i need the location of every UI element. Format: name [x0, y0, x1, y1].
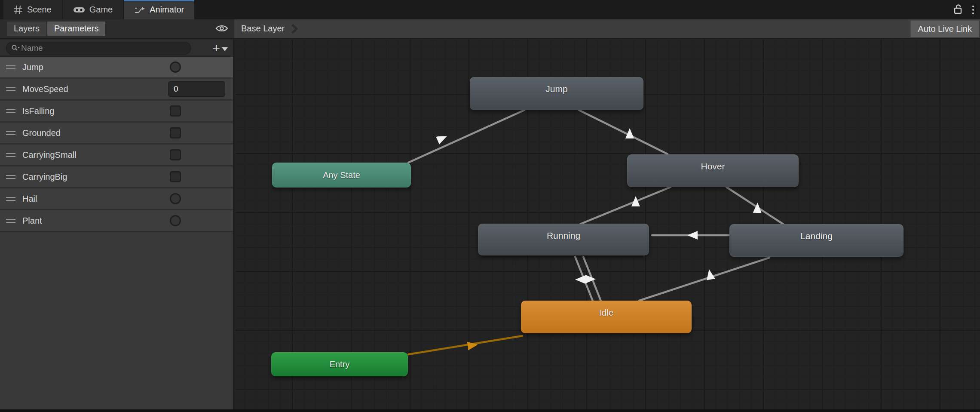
state-label: Running	[478, 231, 649, 241]
drag-handle-icon[interactable]	[6, 219, 15, 223]
parameter-control	[168, 57, 225, 77]
state-node-running[interactable]: Running	[478, 224, 649, 255]
transition-running-to-hover[interactable]	[580, 187, 671, 224]
parameter-control	[168, 188, 225, 209]
animator-toolbar: Layers Parameters Base Layer Auto Live L…	[0, 19, 980, 39]
trigger-radio[interactable]	[170, 61, 181, 73]
transition-arrowhead-icon[interactable]	[467, 340, 479, 350]
parameter-name: Grounded	[22, 128, 61, 138]
state-node-any-state[interactable]: Any State	[272, 163, 411, 188]
tab-label: Animator	[150, 5, 184, 15]
transition-arrowhead-icon[interactable]	[753, 203, 762, 213]
drag-handle-icon[interactable]	[6, 109, 15, 113]
state-label: Entry	[330, 360, 350, 369]
parameters-panel: + JumpMoveSpeedIsFallingGroundedCarrying…	[0, 40, 234, 409]
transition-hover-to-jump[interactable]	[579, 110, 668, 154]
breadcrumb-chevron-icon	[288, 24, 298, 34]
tab-animator[interactable]: Animator	[124, 0, 194, 19]
tab-layers[interactable]: Layers	[7, 22, 46, 36]
transition-entry-to-idle[interactable]	[408, 336, 522, 354]
window-controls	[953, 0, 976, 19]
unlock-icon[interactable]	[953, 4, 963, 16]
parameter-control	[168, 210, 225, 231]
parameter-search-row: +	[0, 40, 233, 57]
parameter-name: CarryingBig	[22, 172, 67, 182]
state-label: Any State	[323, 170, 360, 180]
trigger-radio[interactable]	[170, 215, 181, 226]
panel-toolbar: Layers Parameters	[0, 19, 234, 38]
search-icon	[11, 44, 20, 52]
transition-any-state-to-jump[interactable]	[408, 110, 524, 163]
animator-icon	[134, 6, 145, 14]
drag-handle-icon[interactable]	[6, 87, 15, 91]
parameter-name: MoveSpeed	[22, 84, 68, 94]
tab-label: Scene	[27, 5, 52, 15]
transition-arrowhead-icon[interactable]	[687, 231, 698, 240]
eye-icon[interactable]	[215, 24, 228, 35]
parameter-list: JumpMoveSpeedIsFallingGroundedCarryingSm…	[0, 57, 233, 232]
bool-checkbox[interactable]	[170, 105, 181, 117]
parameter-control	[168, 166, 225, 187]
state-node-idle[interactable]: Idle	[521, 301, 692, 333]
trigger-radio[interactable]	[170, 193, 181, 204]
transition-landing-to-hover[interactable]	[726, 187, 783, 224]
tab-game[interactable]: Game	[63, 0, 123, 19]
scene-grid-icon	[14, 5, 23, 14]
state-label: Idle	[521, 307, 692, 318]
bool-checkbox[interactable]	[170, 171, 181, 182]
parameter-name: Hail	[22, 194, 37, 204]
state-node-jump[interactable]: Jump	[470, 77, 643, 110]
drag-handle-icon[interactable]	[6, 197, 15, 201]
search-input[interactable]	[20, 43, 186, 53]
parameter-row-isfalling[interactable]: IsFalling	[0, 101, 233, 123]
kebab-menu-icon[interactable]	[971, 4, 976, 16]
state-node-hover[interactable]: Hover	[627, 154, 799, 187]
parameter-row-carryingbig[interactable]: CarryingBig	[0, 166, 233, 188]
tab-scene[interactable]: Scene	[3, 0, 62, 19]
float-value-field[interactable]	[168, 81, 225, 97]
state-node-entry[interactable]: Entry	[271, 352, 408, 376]
search-field[interactable]	[6, 42, 191, 55]
add-parameter-button[interactable]: +	[212, 40, 228, 57]
tab-label: Game	[89, 5, 113, 15]
panel-tab-switch: Layers Parameters	[7, 22, 105, 36]
state-label: Hover	[627, 161, 799, 172]
state-machine-canvas[interactable]: JumpHoverRunningLandingIdleAny StateEntr…	[236, 40, 980, 409]
auto-live-link-button[interactable]: Auto Live Link	[910, 20, 979, 37]
chevron-down-icon	[222, 47, 228, 51]
parameter-row-carryingsmall[interactable]: CarryingSmall	[0, 145, 233, 166]
state-label: Jump	[470, 84, 643, 94]
layer-breadcrumb-bar: Base Layer Auto Live Link	[234, 19, 980, 38]
transition-arrowhead-icon[interactable]	[631, 196, 640, 206]
state-node-landing[interactable]: Landing	[729, 224, 903, 257]
parameter-control	[168, 145, 225, 165]
parameter-row-jump[interactable]: Jump	[0, 57, 233, 79]
tab-parameters[interactable]: Parameters	[47, 22, 105, 36]
parameter-control	[168, 123, 225, 143]
animator-window: SceneGameAnimator Layers Parameters	[0, 0, 980, 412]
plus-icon: +	[212, 42, 220, 55]
parameter-name: Plant	[22, 216, 42, 226]
parameter-control	[168, 101, 225, 121]
drag-handle-icon[interactable]	[6, 131, 15, 135]
bool-checkbox[interactable]	[170, 127, 181, 138]
breadcrumb[interactable]: Base Layer	[241, 24, 285, 34]
parameter-row-movespeed[interactable]: MoveSpeed	[0, 79, 233, 101]
parameter-name: CarryingSmall	[22, 150, 77, 160]
transition-idle-to-landing[interactable]	[639, 258, 769, 301]
bool-checkbox[interactable]	[170, 149, 181, 160]
drag-handle-icon[interactable]	[6, 65, 15, 69]
drag-handle-icon[interactable]	[6, 153, 15, 157]
tab-strip: SceneGameAnimator	[0, 0, 980, 19]
window-bottom-edge	[0, 409, 980, 412]
parameter-row-grounded[interactable]: Grounded	[0, 123, 233, 145]
parameter-row-hail[interactable]: Hail	[0, 188, 233, 210]
parameter-name: IsFalling	[22, 106, 54, 116]
transition-arrowhead-icon[interactable]	[575, 275, 585, 284]
parameter-row-plant[interactable]: Plant	[0, 210, 233, 232]
transition-arrowhead-icon[interactable]	[436, 132, 449, 145]
drag-handle-icon[interactable]	[6, 175, 15, 179]
gamepad-icon	[73, 6, 85, 14]
parameter-name: Jump	[22, 62, 43, 72]
state-label: Landing	[729, 231, 903, 241]
